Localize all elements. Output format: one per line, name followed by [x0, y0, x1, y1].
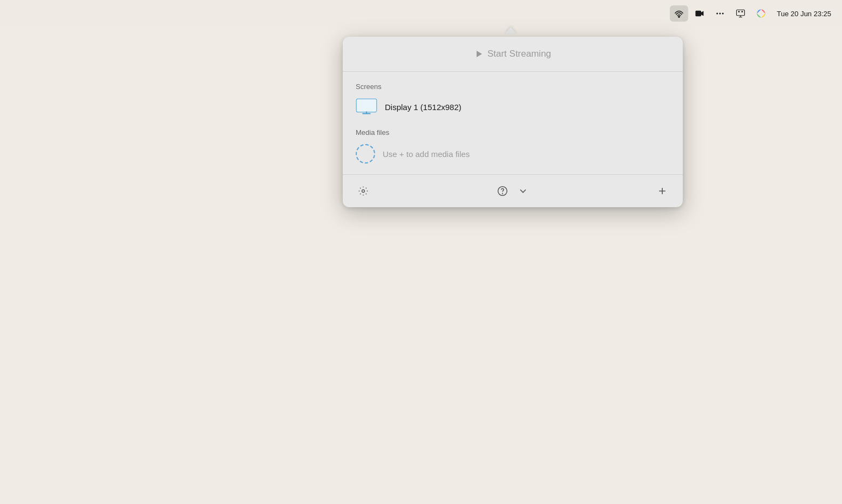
- svg-rect-6: [738, 11, 740, 12]
- chevron-down-button[interactable]: [513, 182, 533, 200]
- add-media-item[interactable]: Use + to add media files: [356, 144, 670, 164]
- media-files-label: Media files: [356, 128, 670, 137]
- popup-arrow: [505, 27, 517, 34]
- gear-icon: [358, 186, 369, 196]
- svg-point-2: [717, 13, 718, 15]
- help-group: [493, 182, 533, 200]
- menubar-datetime: Tue 20 Jun 23:25: [777, 10, 831, 18]
- svg-rect-1: [696, 11, 702, 17]
- svg-point-0: [678, 16, 680, 17]
- svg-point-3: [719, 13, 721, 15]
- screens-section: Screens Display 1 (1512x982): [356, 83, 670, 115]
- start-streaming-section: Start Streaming: [343, 37, 683, 72]
- popup-panel: Start Streaming Screens Display 1 (1512x…: [343, 37, 683, 207]
- add-media-text: Use + to add media files: [383, 149, 470, 159]
- display-1-item[interactable]: Display 1 (1512x982): [356, 98, 670, 115]
- menubar-more[interactable]: [711, 5, 729, 22]
- display-1-name: Display 1 (1512x982): [385, 103, 461, 112]
- media-files-section: Media files Use + to add media files: [356, 128, 670, 164]
- svg-rect-5: [737, 10, 745, 16]
- screens-label: Screens: [356, 83, 670, 91]
- start-streaming-label: Start Streaming: [487, 49, 551, 59]
- panel-footer: [343, 174, 683, 207]
- monitor-icon: [356, 98, 377, 115]
- svg-point-13: [503, 193, 503, 194]
- start-streaming-button[interactable]: Start Streaming: [474, 49, 551, 59]
- add-media-circle: [356, 144, 375, 164]
- svg-point-4: [722, 13, 724, 15]
- chevron-down-icon: [518, 186, 528, 196]
- svg-rect-7: [742, 11, 743, 12]
- svg-point-11: [362, 190, 365, 193]
- content-section: Screens Display 1 (1512x982) Media files…: [343, 72, 683, 174]
- plus-icon: [657, 186, 668, 196]
- menubar-facetime[interactable]: [690, 5, 709, 22]
- help-button[interactable]: [493, 182, 512, 200]
- menubar-streaming[interactable]: [670, 5, 688, 22]
- menubar-colorwheel[interactable]: [752, 5, 770, 22]
- menubar: Tue 20 Jun 23:25: [0, 0, 842, 27]
- menubar-input[interactable]: [731, 5, 750, 22]
- settings-button[interactable]: [354, 182, 373, 200]
- add-button[interactable]: [653, 182, 672, 200]
- svg-rect-10: [357, 99, 377, 112]
- help-icon: [497, 186, 508, 196]
